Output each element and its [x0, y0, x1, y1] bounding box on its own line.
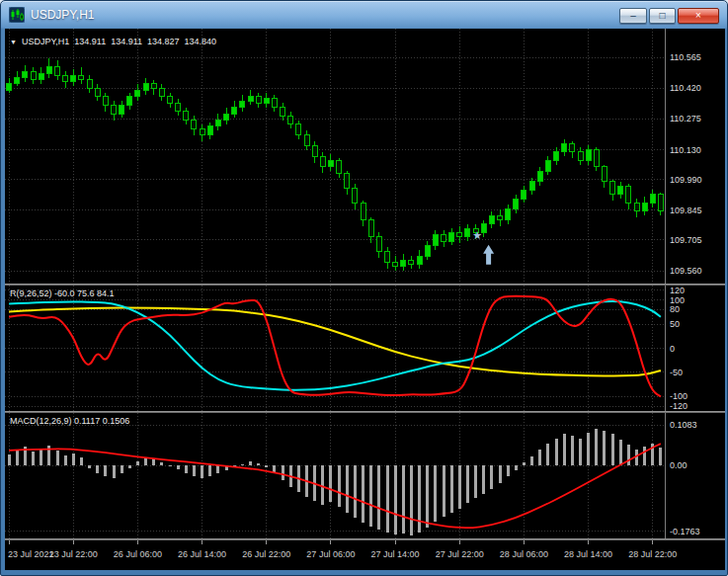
- axis-label: -0.1763: [670, 527, 700, 536]
- minimize-button[interactable]: –: [619, 8, 647, 24]
- axis-label: 110.565: [670, 52, 701, 62]
- app-icon-graphic: [9, 7, 25, 23]
- axis-label: -50: [670, 368, 683, 377]
- indicator1-line-cyan: [9, 301, 661, 390]
- time-axis[interactable]: 23 Jul 202123 Jul 22:0026 Jul 06:0026 Ju…: [5, 540, 725, 570]
- main-price-pane[interactable]: ★ 110.565110.420110.275110.130109.990109…: [5, 29, 725, 284]
- axis-label: -100: [670, 391, 688, 401]
- indicator1-lines-layer: [9, 296, 661, 397]
- main-chart-canvas[interactable]: ★: [5, 29, 665, 284]
- indicator1-axis[interactable]: 12010080500-50-100-120: [665, 286, 725, 411]
- indicator1-line-yellow: [9, 308, 661, 376]
- indicator2-pane[interactable]: 0.10830.00-0.1763 MACD(12,26,9) 0.1117 0…: [5, 413, 725, 538]
- maximize-icon: □: [659, 11, 665, 21]
- axis-label: 110.420: [670, 83, 701, 93]
- title-bar[interactable]: USDJPY,H1 – □ ×: [1, 1, 727, 29]
- axis-label: 120: [670, 286, 685, 295]
- axis-label: 100: [670, 295, 685, 305]
- time-axis-label: 26 Jul 22:00: [242, 549, 290, 559]
- window-title: USDJPY,H1: [31, 8, 94, 22]
- mt4-chart-window: USDJPY,H1 – □ × ★ 110.565110.420110.2751…: [0, 0, 728, 576]
- chart-objects-layer: ★: [472, 229, 494, 265]
- grid-layer: [5, 286, 665, 411]
- axis-label: 110.130: [670, 145, 701, 155]
- up-arrow-object: [483, 245, 494, 265]
- time-axis-label: 27 Jul 14:00: [371, 549, 420, 559]
- candles-layer: [7, 58, 664, 271]
- axis-label: 109.560: [670, 266, 702, 276]
- axis-label: 50: [670, 319, 680, 329]
- legend-close-value: 134.840: [185, 37, 217, 47]
- axis-label: -120: [670, 401, 688, 411]
- indicator2-axis[interactable]: 0.10830.00-0.1763: [665, 413, 725, 538]
- axis-label: 109.990: [670, 175, 702, 185]
- time-axis-label: 27 Jul 06:00: [306, 549, 355, 559]
- indicator2-label-text: MACD(12,26,9) 0.1117 0.1506: [10, 416, 129, 427]
- time-axis-label: 27 Jul 22:00: [436, 549, 484, 559]
- indicator1-canvas[interactable]: [5, 286, 665, 411]
- close-button[interactable]: ×: [678, 8, 719, 24]
- indicator1-label: R(9,26,52) -60.0 75.6 84.1: [10, 288, 115, 299]
- axis-label: 0.1083: [670, 420, 697, 430]
- grid-layer: [5, 29, 665, 284]
- app-icon[interactable]: [9, 7, 25, 23]
- indicator1-line-red: [9, 296, 661, 397]
- time-axis-label: 28 Jul 06:00: [500, 549, 548, 559]
- minimize-icon: –: [630, 11, 636, 21]
- indicator2-canvas[interactable]: [5, 413, 665, 538]
- grid-layer: [5, 413, 665, 538]
- time-axis-label: 26 Jul 06:00: [114, 549, 162, 559]
- legend-low-value: 134.827: [147, 37, 180, 47]
- star-object: ★: [472, 229, 482, 242]
- macd-histogram-layer: [9, 429, 661, 535]
- time-axis-label: 28 Jul 14:00: [564, 549, 612, 559]
- indicator1-pane[interactable]: 12010080500-50-100-120 R(9,26,52) -60.0 …: [5, 286, 725, 411]
- axis-label: 0: [670, 344, 675, 354]
- axis-label: 80: [670, 304, 680, 314]
- price-axis[interactable]: 110.565110.420110.275110.130109.990109.8…: [665, 29, 725, 284]
- time-axis-label: 28 Jul 22:00: [628, 549, 677, 559]
- legend-open-value: 134.911: [74, 37, 106, 47]
- time-axis-label: 23 Jul 22:00: [49, 549, 98, 559]
- legend-symbol: USDJPY,H1: [22, 37, 69, 47]
- chart-legend: ▼ USDJPY,H1 134.911 134.911 134.827 134.…: [10, 37, 216, 47]
- axis-label: 110.275: [670, 114, 701, 123]
- time-axis-label: 26 Jul 14:00: [178, 549, 226, 559]
- indicator1-label-text: R(9,26,52) -60.0 75.6 84.1: [10, 288, 115, 299]
- chart-client-area: ★ 110.565110.420110.275110.130109.990109…: [5, 29, 725, 570]
- time-axis-label: 23 Jul 2021: [8, 549, 54, 559]
- axis-label: 109.705: [670, 235, 702, 245]
- indicator2-label: MACD(12,26,9) 0.1117 0.1506: [10, 416, 129, 427]
- axis-label: 109.845: [670, 206, 702, 215]
- axis-label: 0.00: [670, 460, 688, 470]
- legend-high-value: 134.911: [111, 37, 142, 47]
- close-icon: ×: [695, 11, 701, 21]
- window-controls: – □ ×: [619, 8, 719, 24]
- legend-collapse-icon[interactable]: ▼: [10, 37, 17, 47]
- maximize-button[interactable]: □: [649, 8, 676, 24]
- time-ticks-layer: [9, 540, 653, 544]
